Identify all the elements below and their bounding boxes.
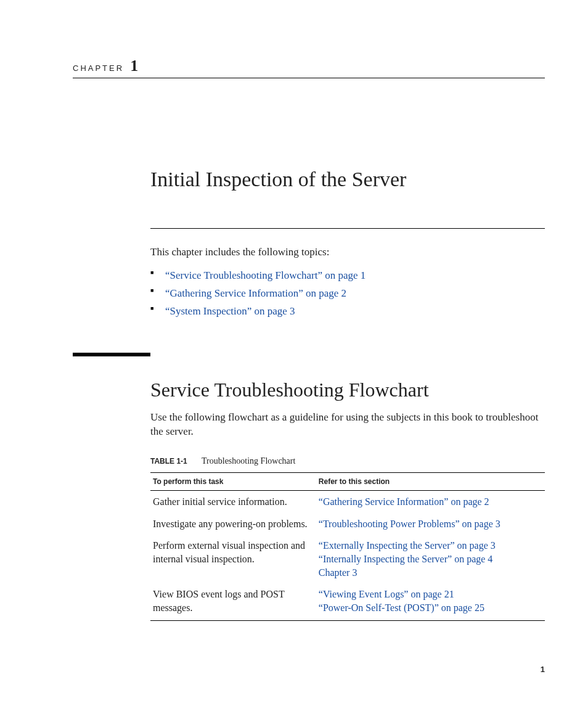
section-title: Service Troubleshooting Flowchart xyxy=(150,379,545,401)
reference-link[interactable]: “Viewing Event Logs” on page 21 xyxy=(319,588,542,601)
topic-link[interactable]: “Gathering Service Information” on page … xyxy=(165,287,346,299)
table-row: Investigate any powering-on problems. “T… xyxy=(150,513,545,535)
page-title: Initial Inspection of the Server xyxy=(150,168,545,191)
list-item: “Service Troubleshooting Flowchart” on p… xyxy=(150,267,545,285)
topic-list: “Service Troubleshooting Flowchart” on p… xyxy=(150,267,545,321)
reference-link[interactable]: Chapter 3 xyxy=(319,566,542,580)
table-row: View BIOS event logs and POST messages. … xyxy=(150,583,545,621)
task-cell: View BIOS event logs and POST messages. xyxy=(150,583,316,621)
ref-cell: “Gathering Service Information” on page … xyxy=(316,491,545,513)
table-caption-label: TABLE 1-1 xyxy=(150,457,187,466)
reference-link[interactable]: “Internally Inspecting the Server” on pa… xyxy=(319,552,542,566)
table-caption-text: Troubleshooting Flowchart xyxy=(202,456,295,466)
list-item: “Gathering Service Information” on page … xyxy=(150,285,545,303)
topic-link[interactable]: “System Inspection” on page 3 xyxy=(165,305,295,317)
intro-text: This chapter includes the following topi… xyxy=(150,246,545,258)
ref-cell: “Troubleshooting Power Problems” on page… xyxy=(316,513,545,535)
table-header-task: To perform this task xyxy=(150,473,316,491)
topic-link[interactable]: “Service Troubleshooting Flowchart” on p… xyxy=(165,269,365,281)
chapter-header: CHAPTER 1 xyxy=(73,57,545,78)
task-cell: Investigate any powering-on problems. xyxy=(150,513,316,535)
task-cell: Gather initial service information. xyxy=(150,491,316,513)
section-rule xyxy=(73,353,150,356)
troubleshooting-table: To perform this task Refer to this secti… xyxy=(150,472,545,621)
reference-link[interactable]: “Troubleshooting Power Problems” on page… xyxy=(319,517,542,531)
chapter-label: CHAPTER xyxy=(73,64,124,73)
table-caption: TABLE 1-1 Troubleshooting Flowchart xyxy=(150,456,545,466)
page-number: 1 xyxy=(541,665,545,674)
list-item: “System Inspection” on page 3 xyxy=(150,303,545,321)
reference-link[interactable]: “Gathering Service Information” on page … xyxy=(319,495,542,509)
reference-link[interactable]: “Externally Inspecting the Server” on pa… xyxy=(319,539,542,552)
section-body: Use the following flowchart as a guideli… xyxy=(150,410,545,440)
table-header-section: Refer to this section xyxy=(316,473,545,491)
table-row: Gather initial service information. “Gat… xyxy=(150,491,545,513)
ref-cell: “Externally Inspecting the Server” on pa… xyxy=(316,535,545,583)
horizontal-rule xyxy=(150,228,545,229)
table-row: Perform external visual inspection and i… xyxy=(150,535,545,583)
ref-cell: “Viewing Event Logs” on page 21 “Power-O… xyxy=(316,583,545,621)
reference-link[interactable]: “Power-On Self-Test (POST)” on page 25 xyxy=(319,601,542,615)
chapter-number: 1 xyxy=(130,57,138,75)
task-cell: Perform external visual inspection and i… xyxy=(150,535,316,583)
